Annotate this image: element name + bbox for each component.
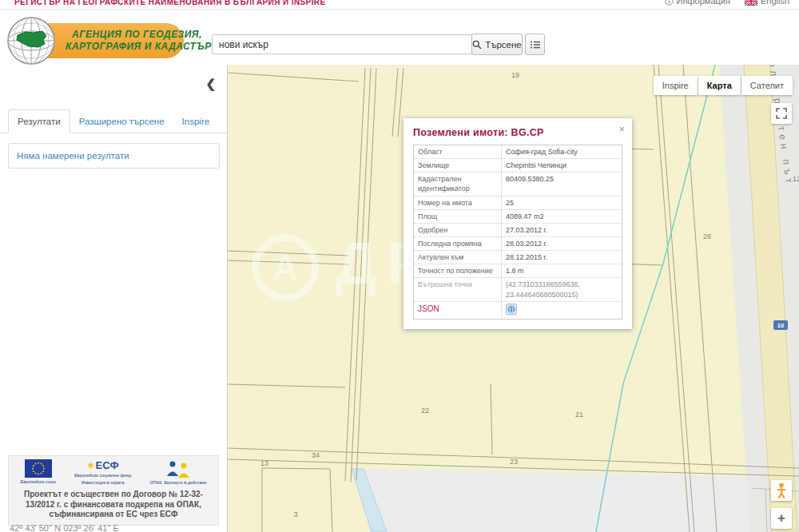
popup-row: Последна промяна28.03.2012 г. bbox=[414, 237, 622, 251]
search-button[interactable]: Търсене bbox=[471, 34, 523, 55]
page: РЕГИСТЪР НА ГЕОГРАФСКИТЕ НАИМЕНОВАНИЯ В … bbox=[0, 0, 799, 532]
popup-table: ОбластСофия-град Sofia-cityЗемлищеChepin… bbox=[413, 145, 622, 320]
parcel-number-label: 23 bbox=[510, 458, 518, 466]
agency-name-line1: АГЕНЦИЯ ПО ГЕОДЕЗИЯ, bbox=[72, 29, 202, 40]
popup-row: Одобрен27.03.2012 г. bbox=[414, 224, 622, 237]
coordinates-readout: 42º 43' 50'' N 023º 26' 41'' E bbox=[10, 523, 119, 532]
esf-logo-text: ЕСФ bbox=[96, 459, 119, 471]
eu-logo: Европейски съюз bbox=[20, 459, 55, 485]
map-type-satellite[interactable]: Сателит bbox=[741, 76, 793, 95]
parcel-info-popup: × Поземлени имоти: BG.CP ОбластСофия-гра… bbox=[403, 118, 632, 329]
opak-people-icon bbox=[165, 459, 192, 478]
no-results-message: Няма намерени резултати bbox=[8, 143, 220, 169]
fullscreen-icon bbox=[776, 108, 787, 119]
topbar-links: Информация English bbox=[665, 0, 789, 6]
non-cadastre-area bbox=[353, 469, 799, 532]
information-label: Информация bbox=[677, 0, 730, 6]
popup-row: Актуален към28.12.2015 г. bbox=[414, 251, 622, 264]
map-type-map[interactable]: Карта bbox=[698, 76, 741, 95]
eu-logo-caption: Европейски съюз bbox=[20, 479, 55, 485]
parcel-number-label: 19 bbox=[511, 71, 519, 79]
agency-name-line2: КАРТОГРАФИЯ И КАДАСТЪР bbox=[66, 41, 212, 52]
parcel-number-label: 3 bbox=[293, 510, 297, 518]
information-link[interactable]: Информация bbox=[665, 0, 730, 6]
map-canvas[interactable]: Околовръстен път 1912282522213413233 А Д… bbox=[228, 65, 799, 532]
funding-logos: Европейски съюз ✶ЕСФ Европейски социален… bbox=[11, 459, 216, 486]
esf-logo: ✶ЕСФ Европейски социален фонд Инвестиции… bbox=[74, 459, 131, 486]
popup-title: Поземлени имоти: BG.CP bbox=[413, 127, 622, 138]
parcel-number-label: 12 bbox=[793, 175, 799, 183]
list-icon bbox=[530, 40, 541, 50]
info-icon bbox=[665, 0, 674, 6]
map-type-inspire[interactable]: Inspire bbox=[654, 76, 698, 95]
esf-logo-caption1: Европейски социален фонд bbox=[74, 473, 131, 478]
json-link[interactable]: JSON bbox=[418, 304, 439, 313]
uk-flag-icon bbox=[745, 0, 757, 6]
opak-logo: ОПАК. Експерти в действие bbox=[149, 459, 206, 486]
popup-row: ЗемлищеChepintsi Чепинци bbox=[414, 159, 622, 173]
esf-logo-mark: ✶ЕСФ bbox=[86, 459, 118, 471]
project-funding-text: Проектът е осъществен по Договор № 12-32… bbox=[11, 490, 216, 520]
popup-row: Точност по положение1.8 m bbox=[414, 264, 622, 278]
sidebar-tabs: Резултати Разширено търсене Inspire bbox=[0, 108, 228, 133]
parcel-number-label: 28 bbox=[703, 232, 711, 240]
fullscreen-button[interactable] bbox=[771, 103, 792, 124]
popup-row: ОбластСофия-град Sofia-city bbox=[414, 145, 622, 159]
eu-flag-icon bbox=[25, 459, 52, 478]
register-link[interactable]: РЕГИСТЪР НА ГЕОГРАФСКИТЕ НАИМЕНОВАНИЯ В … bbox=[14, 0, 326, 6]
sidebar: ❮ Резултати Разширено търсене Inspire Ня… bbox=[0, 65, 228, 532]
globe-icon[interactable] bbox=[506, 304, 517, 317]
header: АГЕНЦИЯ ПО ГЕОДЕЗИЯ, КАРТОГРАФИЯ И КАДАС… bbox=[0, 10, 799, 66]
search-button-label: Търсене bbox=[485, 40, 522, 50]
map-type-controls: Inspire Карта Сателит bbox=[654, 76, 793, 95]
popup-row: Кадастрален идентификатор80409.5380.25 bbox=[414, 173, 622, 196]
language-link[interactable]: English bbox=[745, 0, 789, 6]
sidebar-footer: Европейски съюз ✶ЕСФ Европейски социален… bbox=[8, 455, 219, 526]
language-label: English bbox=[761, 0, 789, 6]
esf-logo-caption2: Инвестиции в хората bbox=[81, 480, 125, 486]
opak-logo-caption: ОПАК. Експерти в действие bbox=[149, 480, 206, 486]
parcel-number-label: 13 bbox=[260, 459, 268, 467]
parcel-number-label: 21 bbox=[575, 411, 583, 419]
tab-advanced-search[interactable]: Разширено търсене bbox=[70, 110, 173, 133]
parcel-number-label: 22 bbox=[421, 407, 429, 415]
pegman-icon bbox=[777, 482, 786, 498]
popup-row: Площ4089.47 m2 bbox=[414, 210, 622, 224]
search-input[interactable] bbox=[212, 34, 479, 54]
tab-results[interactable]: Резултати bbox=[8, 109, 70, 133]
zoom-in-button[interactable]: + bbox=[771, 508, 792, 529]
layers-list-button[interactable] bbox=[525, 34, 545, 55]
sidebar-collapse-button[interactable]: ❮ bbox=[205, 77, 216, 89]
parcel-number-label: 34 bbox=[312, 451, 320, 459]
search-icon bbox=[472, 40, 482, 50]
popup-row: Вътрешна точка(42.731033188559636, 23.44… bbox=[414, 278, 622, 301]
esf-star-icon: ✶ bbox=[86, 460, 94, 471]
topbar: РЕГИСТЪР НА ГЕОГРАФСКИТЕ НАИМЕНОВАНИЯ В … bbox=[0, 0, 799, 10]
close-icon[interactable]: × bbox=[618, 124, 625, 134]
tab-inspire[interactable]: Inspire bbox=[173, 110, 219, 133]
road-shield: 10 bbox=[773, 320, 788, 330]
pegman-button[interactable] bbox=[771, 480, 792, 501]
popup-json-row: JSON bbox=[414, 302, 622, 319]
agency-globe-logo bbox=[6, 16, 56, 66]
popup-row: Номер на имота25 bbox=[414, 197, 622, 210]
